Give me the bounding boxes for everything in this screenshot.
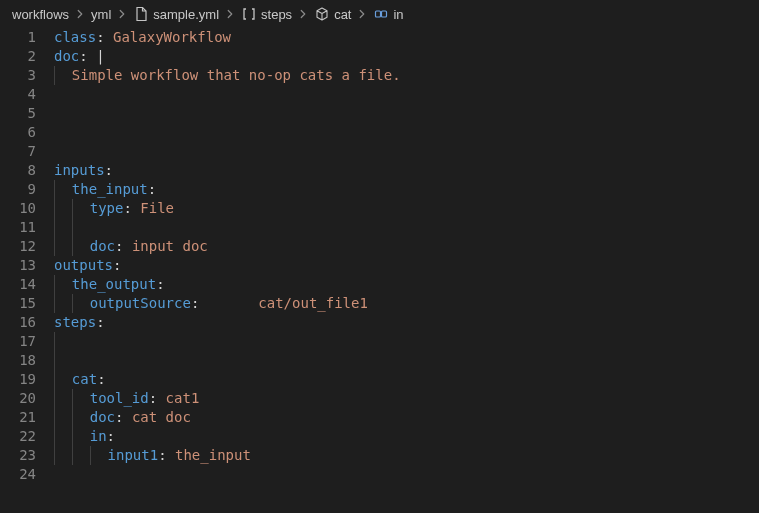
svg-rect-0	[376, 11, 381, 17]
code-line	[54, 465, 759, 484]
crumb-steps[interactable]: steps	[241, 6, 292, 22]
line-number: 11	[0, 218, 36, 237]
yaml-value: cat doc	[132, 409, 191, 425]
yaml-value: File	[140, 200, 174, 216]
yaml-key: class	[54, 29, 96, 45]
code-line: the_input:	[54, 180, 759, 199]
line-number: 12	[0, 237, 36, 256]
line-number: 17	[0, 332, 36, 351]
code-line: the_output:	[54, 275, 759, 294]
yaml-value: input doc	[132, 238, 208, 254]
yaml-key: doc	[54, 48, 79, 64]
code-line: doc: input doc	[54, 237, 759, 256]
code-line	[54, 142, 759, 161]
yaml-key: doc	[90, 409, 115, 425]
code-area[interactable]: class: GalaxyWorkflow doc: | Simple work…	[54, 28, 759, 484]
code-line: outputs:	[54, 256, 759, 275]
yaml-value: cat/out_file1	[258, 295, 368, 311]
code-line: input1: the_input	[54, 446, 759, 465]
code-line	[54, 85, 759, 104]
line-number: 16	[0, 313, 36, 332]
line-number: 19	[0, 370, 36, 389]
code-line: class: GalaxyWorkflow	[54, 28, 759, 47]
line-number: 7	[0, 142, 36, 161]
chevron-right-icon	[73, 7, 87, 21]
code-line	[54, 123, 759, 142]
code-line: cat:	[54, 370, 759, 389]
crumb-yml[interactable]: yml	[91, 7, 111, 22]
line-number-gutter: 1 2 3 4 5 6 7 8 9 10 11 12 13 14 15 16 1…	[0, 28, 54, 484]
code-line	[54, 104, 759, 123]
yaml-value: cat1	[166, 390, 200, 406]
crumb-label: workflows	[12, 7, 69, 22]
line-number: 4	[0, 85, 36, 104]
line-number: 21	[0, 408, 36, 427]
line-number: 22	[0, 427, 36, 446]
yaml-value: the_input	[175, 447, 251, 463]
code-line: tool_id: cat1	[54, 389, 759, 408]
chevron-right-icon	[115, 7, 129, 21]
crumb-label: steps	[261, 7, 292, 22]
line-number: 2	[0, 47, 36, 66]
yaml-key: type	[90, 200, 124, 216]
yaml-key: outputSource	[90, 295, 191, 311]
code-line: type: File	[54, 199, 759, 218]
crumb-label: yml	[91, 7, 111, 22]
line-number: 3	[0, 66, 36, 85]
code-line: doc: |	[54, 47, 759, 66]
crumb-in[interactable]: in	[373, 6, 403, 22]
brackets-icon	[241, 6, 257, 22]
code-line: inputs:	[54, 161, 759, 180]
code-line	[54, 218, 759, 237]
crumb-workflows[interactable]: workflows	[12, 7, 69, 22]
yaml-key: steps	[54, 314, 96, 330]
line-number: 18	[0, 351, 36, 370]
yaml-key: the_output	[72, 276, 156, 292]
line-number: 1	[0, 28, 36, 47]
code-line: doc: cat doc	[54, 408, 759, 427]
yaml-key: inputs	[54, 162, 105, 178]
editor[interactable]: 1 2 3 4 5 6 7 8 9 10 11 12 13 14 15 16 1…	[0, 28, 759, 484]
line-number: 15	[0, 294, 36, 313]
yaml-key: input1	[108, 447, 159, 463]
yaml-key: doc	[90, 238, 115, 254]
cube-icon	[314, 6, 330, 22]
line-number: 20	[0, 389, 36, 408]
chevron-right-icon	[223, 7, 237, 21]
svg-rect-1	[382, 11, 387, 17]
crumb-label: in	[393, 7, 403, 22]
code-line: outputSource: cat/out_file1	[54, 294, 759, 313]
code-line: steps:	[54, 313, 759, 332]
chevron-right-icon	[296, 7, 310, 21]
yaml-pipe: |	[96, 48, 104, 64]
line-number: 24	[0, 465, 36, 484]
symbol-icon	[373, 6, 389, 22]
line-number: 8	[0, 161, 36, 180]
yaml-key: cat	[72, 371, 97, 387]
code-line	[54, 351, 759, 370]
line-number: 13	[0, 256, 36, 275]
yaml-text: Simple workflow that no-op cats a file.	[72, 67, 401, 83]
yaml-key: the_input	[72, 181, 148, 197]
yaml-key: tool_id	[90, 390, 149, 406]
line-number: 6	[0, 123, 36, 142]
yaml-value: GalaxyWorkflow	[113, 29, 231, 45]
file-icon	[133, 6, 149, 22]
line-number: 14	[0, 275, 36, 294]
line-number: 10	[0, 199, 36, 218]
crumb-file[interactable]: sample.yml	[133, 6, 219, 22]
crumb-label: sample.yml	[153, 7, 219, 22]
crumb-cat[interactable]: cat	[314, 6, 351, 22]
crumb-label: cat	[334, 7, 351, 22]
yaml-key: outputs	[54, 257, 113, 273]
yaml-key: in	[90, 428, 107, 444]
code-line: Simple workflow that no-op cats a file.	[54, 66, 759, 85]
code-line	[54, 332, 759, 351]
code-line: in:	[54, 427, 759, 446]
breadcrumb: workflows yml sample.yml steps cat in	[0, 0, 759, 28]
chevron-right-icon	[355, 7, 369, 21]
line-number: 23	[0, 446, 36, 465]
line-number: 5	[0, 104, 36, 123]
line-number: 9	[0, 180, 36, 199]
